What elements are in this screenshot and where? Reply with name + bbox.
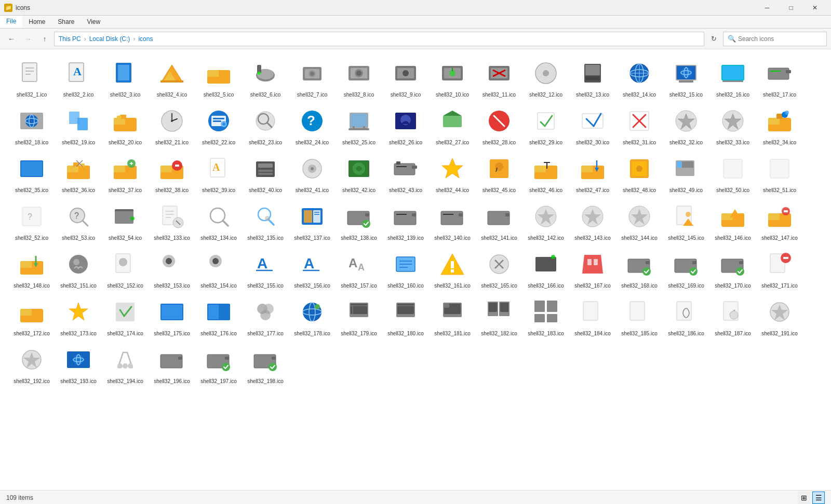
file-item[interactable]: AAshell32_157.ico (336, 244, 382, 292)
file-item[interactable]: shell32_49.ico (663, 149, 709, 197)
file-item[interactable]: shell32_183.ico (522, 292, 569, 340)
file-item[interactable]: shell32_37.ico (102, 149, 149, 197)
breadcrumb-this-pc[interactable]: This PC (59, 35, 81, 43)
large-icons-view-button[interactable]: ⊞ (798, 492, 810, 504)
file-item[interactable]: shell32_12.ico (522, 53, 569, 101)
file-item[interactable]: Ashell32_2.ico (55, 53, 102, 101)
tab-file[interactable]: File (0, 16, 22, 28)
file-item[interactable]: shell32_19.ico (55, 101, 102, 149)
file-item[interactable]: shell32_23.ico (242, 101, 289, 149)
file-item[interactable]: shell32_196.ico (149, 340, 195, 388)
file-item[interactable]: shell32_48.ico (616, 149, 663, 197)
file-item[interactable]: shell32_28.ico (476, 101, 522, 149)
file-item[interactable]: shell32_20.ico (102, 101, 149, 149)
file-item[interactable]: shell32_27.ico (429, 101, 476, 149)
file-item[interactable]: shell32_146.ico (709, 197, 756, 244)
file-item[interactable]: shell32_198.ico (242, 340, 289, 388)
file-item[interactable]: shell32_30.ico (569, 101, 616, 149)
file-item[interactable]: shell32_17.ico (756, 53, 803, 101)
file-item[interactable]: shell32_184.ico (569, 292, 616, 340)
file-item[interactable]: shell32_21.ico (149, 101, 195, 149)
file-item[interactable]: shell32_35.ico (8, 149, 55, 197)
file-item[interactable]: shell32_168.ico (616, 244, 663, 292)
file-item[interactable]: shell32_41.ico (289, 149, 336, 197)
file-item[interactable]: shell32_179.ico (336, 292, 382, 340)
file-item[interactable]: shell32_7.ico (289, 53, 336, 101)
file-item[interactable]: shell32_25.ico (336, 101, 382, 149)
file-item[interactable]: shell32_14.ico (616, 53, 663, 101)
file-item[interactable]: shell32_47.ico (569, 149, 616, 197)
details-view-button[interactable]: ☰ (812, 492, 825, 504)
file-item[interactable]: shell32_4.ico (149, 53, 195, 101)
file-item[interactable]: shell32_152.ico (102, 244, 149, 292)
file-item[interactable]: shell32_178.ico (289, 292, 336, 340)
file-item[interactable]: shell32_176.ico (195, 292, 242, 340)
file-item[interactable]: ?shell32_52.ico (8, 197, 55, 244)
file-item[interactable]: shell32_43.ico (382, 149, 429, 197)
file-item[interactable]: shell32_29.ico (522, 101, 569, 149)
file-item[interactable]: shell32_145.ico (663, 197, 709, 244)
file-item[interactable]: Ashell32_156.ico (289, 244, 336, 292)
file-item[interactable]: shell32_153.ico (149, 244, 195, 292)
address-bar[interactable]: This PC › Local Disk (C:) › icons (54, 32, 704, 46)
file-item[interactable]: shell32_142.ico (522, 197, 569, 244)
file-item[interactable]: shell32_182.ico (476, 292, 522, 340)
file-item[interactable]: ?shell32_53.ico (55, 197, 102, 244)
file-item[interactable]: shell32_185.ico (616, 292, 663, 340)
file-item[interactable]: shell32_167.ico (569, 244, 616, 292)
file-item[interactable]: shell32_9.ico (382, 53, 429, 101)
file-item[interactable]: shell32_177.ico (242, 292, 289, 340)
file-item[interactable]: shell32_46.ico (522, 149, 569, 197)
file-item[interactable]: shell32_187.ico (709, 292, 756, 340)
file-item[interactable]: shell32_11.ico (476, 53, 522, 101)
file-item[interactable]: shell32_192.ico (8, 340, 55, 388)
file-item[interactable]: shell32_51.ico (756, 149, 803, 197)
file-item[interactable]: shell32_171.ico (756, 244, 803, 292)
file-item[interactable]: shell32_54.ico (102, 197, 149, 244)
file-item[interactable]: shell32_133.ico (149, 197, 195, 244)
file-item[interactable]: shell32_31.ico (616, 101, 663, 149)
file-item[interactable]: shell32_151.ico (55, 244, 102, 292)
file-item[interactable]: shell32_36.ico (55, 149, 102, 197)
file-item[interactable]: shell32_148.ico (8, 244, 55, 292)
file-item[interactable]: shell32_33.ico (709, 101, 756, 149)
file-item[interactable]: shell32_40.ico (242, 149, 289, 197)
file-item[interactable]: shell32_32.ico (663, 101, 709, 149)
file-item[interactable]: shell32_186.ico (663, 292, 709, 340)
file-item[interactable]: shell32_8.ico (336, 53, 382, 101)
file-item[interactable]: shell32_175.ico (149, 292, 195, 340)
file-item[interactable]: shell32_174.ico (102, 292, 149, 340)
file-item[interactable]: shell32_137.ico (289, 197, 336, 244)
file-item[interactable]: shell32_154.ico (195, 244, 242, 292)
close-button[interactable]: ✕ (803, 0, 827, 16)
file-item[interactable]: shell32_169.ico (663, 244, 709, 292)
file-item[interactable]: shell32_44.ico (429, 149, 476, 197)
file-item[interactable]: ?shell32_24.ico (289, 101, 336, 149)
file-item[interactable]: shell32_45.ico (476, 149, 522, 197)
breadcrumb-local-disk[interactable]: Local Disk (C:) (89, 35, 130, 43)
file-item[interactable]: shell32_140.ico (429, 197, 476, 244)
file-item[interactable]: shell32_3.ico (102, 53, 149, 101)
file-item[interactable]: shell32_160.ico (382, 244, 429, 292)
file-item[interactable]: shell32_170.ico (709, 244, 756, 292)
tab-home[interactable]: Home (22, 16, 51, 28)
file-item[interactable]: shell32_143.ico (569, 197, 616, 244)
file-item[interactable]: shell32_180.ico (382, 292, 429, 340)
file-item[interactable]: shell32_134.ico (195, 197, 242, 244)
file-item[interactable]: shell32_42.ico (336, 149, 382, 197)
file-item[interactable]: shell32_135.ico (242, 197, 289, 244)
file-item[interactable]: shell32_165.ico (476, 244, 522, 292)
file-item[interactable]: shell32_5.ico (195, 53, 242, 101)
file-item[interactable]: shell32_173.ico (55, 292, 102, 340)
search-box[interactable]: 🔍 (723, 32, 827, 46)
file-item[interactable]: shell32_13.ico (569, 53, 616, 101)
file-item[interactable]: shell32_16.ico (709, 53, 756, 101)
up-button[interactable]: ↑ (37, 32, 52, 46)
maximize-button[interactable]: □ (779, 0, 803, 16)
file-item[interactable]: shell32_144.ico (616, 197, 663, 244)
minimize-button[interactable]: ─ (755, 0, 779, 16)
file-item[interactable]: shell32_10.ico (429, 53, 476, 101)
file-item[interactable]: shell32_50.ico (709, 149, 756, 197)
file-item[interactable]: shell32_194.ico (102, 340, 149, 388)
file-item[interactable]: shell32_197.ico (195, 340, 242, 388)
